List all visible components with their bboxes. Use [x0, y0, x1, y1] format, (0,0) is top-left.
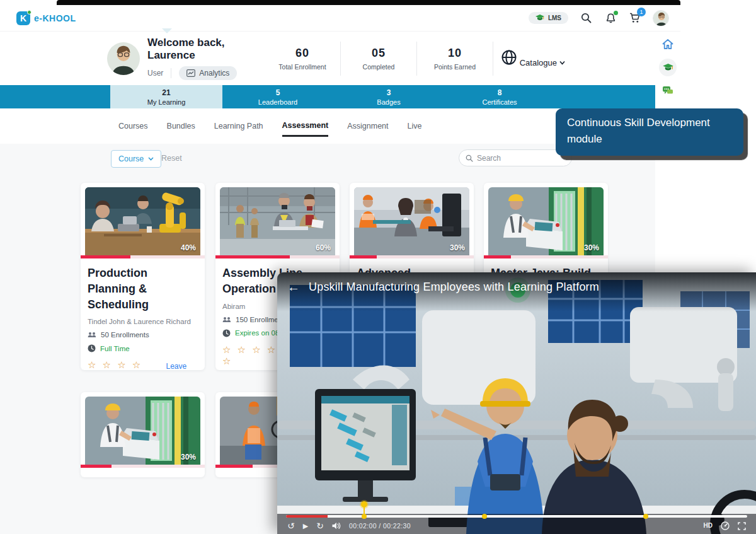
course-thumbnail: 40% [85, 187, 200, 255]
subtab-assessment[interactable]: Assessment [282, 116, 329, 137]
course-card[interactable]: 30% [81, 392, 205, 477]
welcome-section: Welcome back, Laurence User Analytics 60… [0, 32, 680, 85]
stat-completed: 05 Completed [343, 47, 414, 71]
enrollments-row: 50 Enrollments [88, 331, 198, 339]
course-thumbnail: 30% [85, 397, 200, 465]
lms-badge[interactable]: LMS [529, 12, 568, 24]
video-player[interactable]: ← Upskill Manufacturing Employees with L… [277, 272, 756, 534]
divider [340, 42, 341, 76]
progress-fill [215, 465, 253, 468]
home-icon [662, 39, 673, 49]
topbar: K e-KHOOL LMS 1 [0, 5, 680, 32]
chevron-down-icon [559, 61, 565, 65]
star-rating[interactable]: ☆ ☆ ☆ ☆ ☆ [88, 359, 150, 370]
window-top-edge [57, 0, 680, 5]
nav-spacer [0, 85, 110, 108]
subtab-live[interactable]: Live [408, 117, 422, 136]
tab-leaderboard[interactable]: 5 Leaderboard [222, 85, 333, 108]
duration-row: Full Time [88, 344, 198, 352]
search-input[interactable] [477, 154, 559, 163]
chat-icon [662, 86, 673, 96]
notifications-button[interactable] [604, 11, 617, 25]
role-label: User [147, 69, 163, 78]
cart-count-badge: 1 [637, 8, 646, 16]
globe-icon [501, 49, 517, 66]
course-thumbnail: 60% [220, 187, 335, 255]
stats-strip: 60 Total Enrollment 05 Completed 10 Poin… [267, 42, 570, 76]
analytics-chart-icon [186, 69, 195, 77]
clock-icon [222, 329, 231, 337]
progress-percent-badge: 60% [316, 243, 331, 252]
video-frame-factory-scene [277, 272, 756, 534]
fullscreen-button[interactable] [738, 522, 746, 530]
progress-percent-badge: 40% [181, 243, 196, 252]
subtab-bundles[interactable]: Bundles [167, 117, 195, 136]
speed-gauge-icon [721, 521, 730, 530]
play-button[interactable]: ▶ [303, 523, 308, 530]
avatar-photo [653, 11, 669, 26]
stat-total-enrollment: 60 Total Enrollment [267, 47, 338, 71]
search-field[interactable] [459, 149, 572, 166]
progress-percent-badge: 30% [181, 453, 196, 461]
volume-icon [332, 522, 341, 530]
search-button[interactable] [579, 11, 593, 25]
volume-button[interactable] [332, 522, 341, 530]
home-button[interactable] [659, 35, 677, 53]
brand-logo-icon: K [16, 11, 30, 25]
graduation-cap-icon [663, 64, 673, 72]
video-title: Upskill Manufacturing Employees with Lea… [309, 281, 599, 294]
playback-speed-button[interactable] [721, 521, 730, 530]
people-icon [88, 332, 96, 338]
progress-percent-badge: 30% [450, 243, 465, 252]
chat-button[interactable] [659, 82, 677, 100]
course-card[interactable]: 40% Production Planning & Scheduling Tin… [81, 183, 205, 370]
search-icon [466, 154, 473, 162]
course-thumbnail: 30% [488, 187, 604, 255]
reset-filters-button[interactable]: Reset [161, 154, 182, 163]
course-instructor: Tindel John & Laurence Richard [88, 318, 198, 325]
forward-button[interactable]: ↻ [316, 521, 324, 530]
subtab-assignment[interactable]: Assignment [347, 117, 388, 136]
active-tab-pointer [162, 28, 172, 33]
divider [171, 68, 171, 78]
rewind-button[interactable]: ↺ [287, 521, 295, 530]
progress-percent-badge: 30% [584, 243, 599, 252]
tooltip-skill-development: Continuous Skill Development module [556, 108, 743, 156]
clock-icon [88, 344, 96, 352]
avatar-photo [107, 42, 140, 75]
tab-badges[interactable]: 3 Badges [333, 85, 444, 108]
subtab-learning-path[interactable]: Learning Path [214, 117, 263, 136]
star-rating[interactable]: ☆ ☆ ☆ ☆ ☆ [222, 344, 285, 367]
divider [493, 42, 493, 76]
video-time: 00:02:00 / 00:22:30 [349, 522, 411, 530]
search-icon [581, 13, 592, 23]
graduation-cap-icon [536, 15, 544, 21]
learning-button[interactable] [659, 59, 677, 76]
user-avatar-large [107, 42, 140, 75]
people-icon [222, 316, 231, 323]
brand-logo[interactable]: K e-KHOOL [16, 11, 76, 25]
course-title[interactable]: Production Planning & Scheduling [88, 265, 198, 312]
brand-name: e-KHOOL [34, 13, 76, 23]
back-button[interactable]: ← [287, 281, 300, 293]
welcome-title: Welcome back, Laurence [147, 37, 267, 62]
chevron-down-icon [148, 157, 154, 161]
divider [416, 42, 417, 76]
notification-dot [614, 11, 618, 15]
tab-certificates[interactable]: 8 Certificates [444, 85, 555, 108]
fullscreen-icon [738, 522, 746, 530]
video-controls: ↺ ▶ ↻ 00:02:00 / 00:22:30 HD [277, 514, 756, 534]
progress-fill [81, 465, 112, 468]
hd-quality-button[interactable]: HD [704, 523, 713, 529]
cart-button[interactable]: 1 [628, 11, 642, 25]
course-thumbnail: 30% [354, 187, 469, 255]
main-nav: 21 My Learning 5 Leaderboard 3 Badges 8 … [0, 85, 655, 108]
catalogue-button[interactable]: Catalogue [496, 49, 570, 67]
user-avatar-small[interactable] [653, 10, 669, 26]
tab-my-learning[interactable]: 21 My Learning [110, 85, 222, 108]
leave-ratings-link[interactable]: Leave Ratings [155, 362, 198, 370]
analytics-toggle[interactable]: Analytics [179, 66, 237, 80]
course-filter-dropdown[interactable]: Course [111, 150, 161, 168]
subtab-courses[interactable]: Courses [118, 117, 148, 136]
stat-points-earned: 10 Points Earned [420, 47, 490, 71]
